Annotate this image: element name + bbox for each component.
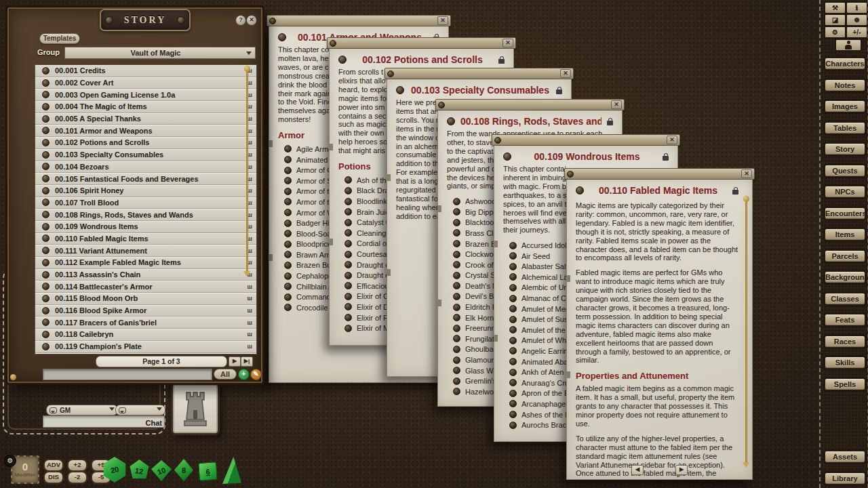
sidebar-nav-button[interactable]: NPCs	[825, 186, 865, 198]
link-dot-icon[interactable]	[284, 272, 292, 280]
window-titlebar[interactable]: ✕	[384, 68, 574, 79]
link-dot-icon[interactable]	[344, 219, 352, 226]
link-dot-icon[interactable]	[42, 259, 50, 266]
sidebar-nav-button[interactable]: Quests	[825, 165, 865, 177]
link-dot-icon[interactable]	[509, 422, 517, 429]
story-entry-row[interactable]: 00.121 Fire Shield of Dethurza ш	[35, 353, 256, 355]
sidebar-nav-button[interactable]: Parcels	[825, 250, 865, 262]
window-fabled-magic-items[interactable]: ✕ 00.110 Fabled Magic Items Magic items …	[566, 168, 753, 480]
sidebar-nav-button[interactable]: Images	[825, 100, 865, 113]
add-entry-button[interactable]: +	[238, 369, 250, 380]
window-titlebar[interactable]: ✕	[564, 168, 755, 180]
filter-input[interactable]	[43, 369, 212, 380]
roll-modifier-button[interactable]: ADV	[43, 459, 64, 472]
link-dot-icon[interactable]	[453, 378, 460, 385]
link-dot-icon[interactable]	[284, 209, 292, 216]
sidebar-nav-button[interactable]: Tables	[825, 122, 865, 134]
link-dot-icon[interactable]	[453, 240, 460, 247]
player-stand-button[interactable]	[835, 39, 861, 51]
prev-page-button[interactable]: ◀	[631, 465, 644, 475]
chat-speaker-dropdown[interactable]: GM	[46, 405, 118, 415]
link-dot-icon[interactable]	[344, 282, 352, 289]
story-entry-row[interactable]: 00.105 Fantastical Foods and Beverages ш	[35, 173, 256, 185]
roll-modifier-button[interactable]: +2	[67, 459, 87, 472]
window-titlebar[interactable]: ✕	[492, 134, 680, 146]
link-dot-icon[interactable]	[344, 261, 352, 268]
link-dot-icon[interactable]	[344, 303, 352, 310]
link-dot-icon[interactable]	[509, 358, 517, 365]
link-dot-icon[interactable]	[509, 400, 517, 407]
window-title-plaque[interactable]: STORY	[100, 9, 191, 31]
sidebar-nav-button[interactable]: Library	[825, 472, 865, 485]
link-dot-icon[interactable]	[453, 304, 460, 311]
d4-die[interactable]	[222, 457, 241, 484]
link-dot-icon[interactable]	[453, 282, 460, 289]
link-dot-icon[interactable]	[284, 283, 292, 290]
party-info-icon[interactable]: ℹ	[846, 2, 867, 14]
close-icon[interactable]: ✕	[741, 169, 752, 178]
story-entry-row[interactable]: 00.003 Open Gaming License 1.0a ш	[35, 89, 256, 101]
link-dot-icon[interactable]	[284, 156, 292, 163]
story-entry-row[interactable]: 00.119 Champion's Plate ш	[35, 341, 256, 353]
link-dot-icon[interactable]	[42, 79, 50, 87]
link-dot-icon[interactable]	[42, 127, 50, 134]
link-dot-icon[interactable]	[509, 263, 517, 270]
last-page-button[interactable]: ▶|	[241, 357, 253, 367]
window-scrollbar[interactable]	[745, 201, 747, 466]
sidebar-nav-button[interactable]: Feats	[825, 314, 865, 326]
group-dropdown[interactable]: Vault of Magic	[64, 47, 256, 59]
link-dot-icon[interactable]	[42, 295, 50, 302]
link-dot-icon[interactable]	[509, 284, 517, 291]
link-dot-icon[interactable]	[42, 175, 50, 182]
story-entry-row[interactable]: 00.004 The Magic of Items ш	[35, 101, 256, 113]
link-dot-icon[interactable]	[453, 335, 460, 342]
sidebar-nav-button[interactable]: Notes	[825, 79, 865, 92]
list-scrollbar[interactable]	[246, 71, 248, 274]
d10-die[interactable]: 10	[151, 460, 172, 481]
close-icon[interactable]: ✕	[667, 136, 677, 144]
link-dot-icon[interactable]	[42, 223, 50, 230]
link-dot-icon[interactable]	[344, 293, 352, 300]
filter-all-button[interactable]: All	[214, 369, 237, 380]
sidebar-nav-button[interactable]: Assets	[825, 451, 865, 463]
story-entry-row[interactable]: 00.114 Battlecaster's Armor ш	[35, 281, 256, 293]
story-entry-row[interactable]: 00.109 Wondrous Items ш	[35, 221, 256, 233]
sidebar-nav-button[interactable]: Encounters	[825, 207, 865, 220]
link-dot-icon[interactable]	[42, 103, 50, 110]
close-icon[interactable]: ✕	[502, 39, 513, 47]
sidebar-nav-button[interactable]: Backgrounds	[825, 271, 865, 283]
link-dot-icon[interactable]	[453, 314, 460, 321]
story-entry-row[interactable]: 00.107 Troll Blood ш	[35, 197, 256, 209]
sidebar-nav-button[interactable]: Races	[825, 336, 865, 348]
link-dot-icon[interactable]	[284, 167, 292, 174]
story-entry-row[interactable]: 00.110 Fabled Magic Items ш	[35, 233, 256, 245]
link-dot-icon[interactable]	[509, 379, 517, 386]
edit-entry-button[interactable]: ✎	[250, 369, 262, 380]
link-dot-icon[interactable]	[344, 272, 352, 279]
book-icon[interactable]: ш	[247, 295, 252, 302]
link-dot-icon[interactable]	[509, 337, 517, 344]
link-dot-icon[interactable]	[42, 91, 50, 98]
link-dot-icon[interactable]	[42, 199, 50, 206]
link-dot-icon[interactable]	[453, 272, 460, 279]
link-dot-icon[interactable]	[453, 367, 460, 374]
sidebar-nav-button[interactable]: Items	[825, 228, 865, 241]
templates-button[interactable]: Templates	[39, 33, 80, 44]
link-dot-icon[interactable]	[344, 208, 352, 216]
link-dot-icon[interactable]	[284, 145, 292, 152]
book-icon[interactable]: ш	[247, 331, 252, 338]
link-dot-icon[interactable]	[453, 388, 460, 395]
link-dot-icon[interactable]	[42, 247, 50, 254]
story-entry-row[interactable]: 00.111 Variant Attunement ш	[35, 245, 256, 257]
link-dot-icon[interactable]	[509, 369, 517, 376]
story-entry-row[interactable]: 00.112 Example Fabled Magic Items ш	[35, 257, 256, 269]
link-dot-icon[interactable]	[453, 219, 460, 226]
link-dot-icon[interactable]	[42, 115, 50, 123]
story-entry-row[interactable]: 00.106 Spirit Honey ш	[35, 185, 256, 197]
next-page-button[interactable]: ▶	[675, 465, 688, 475]
link-dot-icon[interactable]	[42, 271, 50, 279]
link-dot-icon[interactable]	[453, 208, 460, 216]
link-dot-icon[interactable]	[453, 325, 460, 332]
link-dot-icon[interactable]	[509, 411, 517, 418]
story-entry-row[interactable]: 00.005 A Special Thanks ш	[35, 113, 256, 125]
